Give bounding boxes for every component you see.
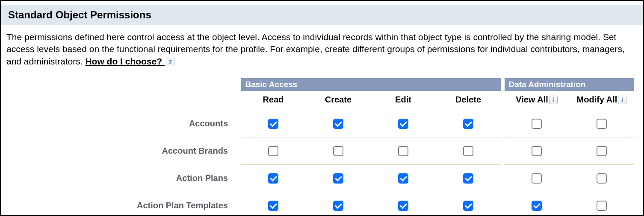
checkbox-delete[interactable] (463, 201, 473, 211)
checkbox-edit[interactable] (398, 119, 408, 129)
section-header: Standard Object Permissions (1, 5, 643, 25)
column-create: Create (306, 91, 371, 110)
group-basic-access: Basic Access (241, 78, 501, 91)
perm-cell-edit (371, 165, 436, 192)
perm-cell-create (306, 165, 371, 192)
perm-cell-create (306, 110, 371, 137)
perm-cell-delete (436, 110, 501, 137)
checkbox-read[interactable] (268, 119, 278, 129)
permissions-table: Basic Access Data Administration Read Cr… (6, 78, 635, 216)
perm-cell-modify_all (569, 137, 634, 165)
perm-cell-delete (436, 165, 501, 192)
perm-cell-view_all (504, 137, 569, 165)
perm-cell-delete (436, 137, 501, 165)
info-icon[interactable]: i (618, 96, 626, 104)
table-row: Account Brands (6, 137, 634, 165)
checkbox-edit[interactable] (398, 173, 408, 184)
section-title: Standard Object Permissions (8, 9, 151, 20)
row-label: Action Plans (6, 165, 241, 192)
perm-cell-modify_all (569, 165, 634, 192)
perm-cell-delete (436, 192, 501, 216)
perm-cell-create (306, 137, 371, 165)
checkbox-modify_all[interactable] (597, 119, 607, 129)
column-view-all-label: View All (516, 95, 548, 104)
perm-cell-modify_all (569, 110, 634, 137)
checkbox-delete[interactable] (463, 173, 473, 184)
perm-cell-edit (371, 137, 436, 165)
perm-cell-read (241, 192, 306, 216)
column-read: Read (241, 91, 306, 110)
perm-cell-edit (371, 110, 436, 137)
table-row: Action Plan Templates (6, 192, 634, 216)
column-header-row: Read Create Edit Delete View Alli Modify… (6, 91, 634, 110)
row-label: Account Brands (6, 137, 241, 165)
perm-cell-view_all (504, 192, 569, 216)
perm-cell-read (241, 110, 306, 137)
perm-cell-read (241, 137, 306, 165)
info-icon[interactable]: i (549, 96, 558, 104)
checkbox-modify_all[interactable] (597, 173, 607, 184)
perm-cell-view_all (504, 165, 569, 192)
group-data-administration: Data Administration (504, 78, 634, 91)
checkbox-read[interactable] (268, 173, 278, 184)
section-description: The permissions defined here control acc… (1, 25, 643, 72)
perm-cell-modify_all (569, 192, 634, 216)
row-label: Action Plan Templates (6, 192, 241, 216)
checkbox-create[interactable] (333, 201, 343, 211)
checkbox-modify_all[interactable] (597, 201, 607, 211)
checkbox-view_all[interactable] (532, 119, 542, 129)
checkbox-modify_all[interactable] (597, 146, 607, 156)
checkbox-view_all[interactable] (532, 173, 542, 184)
perm-cell-edit (371, 192, 436, 216)
checkbox-delete[interactable] (463, 119, 473, 129)
checkbox-edit[interactable] (398, 201, 408, 211)
checkbox-read[interactable] (268, 201, 278, 211)
help-icon[interactable]: ? (166, 58, 174, 66)
column-modify-all: Modify Alli (569, 91, 634, 110)
checkbox-read[interactable] (268, 146, 278, 156)
perm-cell-create (306, 192, 371, 216)
checkbox-view_all[interactable] (532, 146, 542, 156)
checkbox-create[interactable] (333, 119, 343, 129)
column-delete: Delete (436, 91, 501, 110)
column-modify-all-label: Modify All (577, 95, 617, 104)
perm-cell-read (241, 165, 306, 192)
help-link[interactable]: How do I choose? (85, 56, 165, 66)
checkbox-create[interactable] (333, 173, 343, 184)
row-label: Accounts (6, 110, 241, 137)
table-row: Action Plans (6, 165, 634, 192)
checkbox-edit[interactable] (398, 146, 408, 156)
group-header-row: Basic Access Data Administration (6, 78, 634, 91)
checkbox-create[interactable] (333, 146, 343, 156)
checkbox-delete[interactable] (463, 146, 473, 156)
table-row: Accounts (6, 110, 634, 137)
column-edit: Edit (371, 91, 436, 110)
perm-cell-view_all (504, 110, 569, 137)
column-view-all: View Alli (504, 91, 569, 110)
checkbox-view_all[interactable] (532, 201, 542, 211)
